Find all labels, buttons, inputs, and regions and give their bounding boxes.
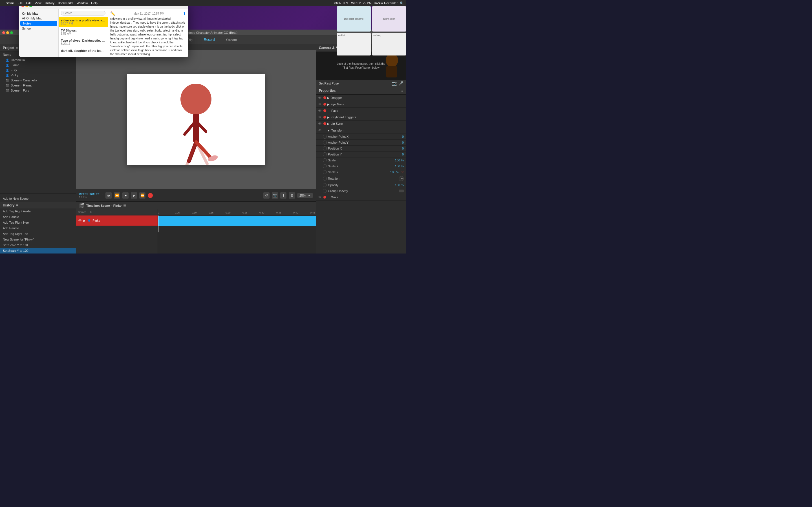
pos-y-value[interactable]: 0 <box>402 153 404 156</box>
prop-keyboard-triggers[interactable]: 👁 ▶ Keyboard Triggers <box>316 114 406 121</box>
mic-small-icon[interactable]: 🎤 <box>398 81 403 86</box>
notes-search-input[interactable] <box>61 11 105 15</box>
transform-collapse-icon[interactable]: ▼ <box>327 129 330 132</box>
timeline-clip-bar[interactable] <box>158 216 316 226</box>
history-item-5[interactable]: New Scene for "Pinky" <box>0 237 76 242</box>
prop-face[interactable]: 👁 Face <box>316 108 406 114</box>
history-item-3[interactable]: Add Handle <box>0 225 76 231</box>
prop-lip-sync[interactable]: 👁 ▶ Lip Sync <box>316 121 406 127</box>
skip-to-start-button[interactable]: ⏮ <box>105 192 112 199</box>
note-item-0[interactable]: sideways in a profile view. all li... 10… <box>59 17 108 27</box>
walk-eye-icon[interactable]: 👁 <box>318 195 322 199</box>
step-forward-button[interactable]: ⏩ <box>139 192 146 199</box>
bookmarks-menu[interactable]: Bookmarks <box>58 1 73 5</box>
keytrig-expand-icon[interactable]: ▶ <box>327 116 329 119</box>
view-button[interactable]: ⊟ <box>289 192 295 199</box>
history-item-4[interactable]: Add Tag Right Toe <box>0 231 76 237</box>
rotation-circle[interactable] <box>323 177 327 180</box>
safari-menu[interactable]: Safari <box>6 1 14 5</box>
transform-eye-icon[interactable]: 👁 <box>318 128 322 132</box>
project-item-fury[interactable]: 👤 Fury <box>0 68 76 73</box>
track-expand-icon[interactable]: ▶ <box>84 219 86 222</box>
properties-menu-icon[interactable]: ≡ <box>401 89 403 93</box>
overlay-note-submission[interactable]: submission <box>372 6 406 32</box>
project-item-flama[interactable]: 👤 Flama <box>0 62 76 68</box>
history-item-2[interactable]: Add Tag Right Heel <box>0 220 76 225</box>
note-item-3[interactable]: dark elf. daughter of the leade... <box>59 47 108 54</box>
prop-transform-header[interactable]: 👁 ▼ Transform <box>316 127 406 134</box>
opacity-circle[interactable] <box>323 183 327 187</box>
file-menu[interactable]: File <box>18 1 23 5</box>
rotation-dial[interactable] <box>399 176 404 181</box>
stop-button[interactable]: ■ <box>122 192 129 199</box>
export-button[interactable]: ⬆ <box>280 192 287 199</box>
dragger-expand-icon[interactable]: ▶ <box>327 96 329 100</box>
project-item-pinky[interactable]: 👤 Pinky <box>0 73 76 78</box>
camera-small-icon[interactable]: 📷 <box>392 81 397 86</box>
keytrig-eye-icon[interactable]: 👁 <box>318 115 322 119</box>
project-item-scene-caramella[interactable]: 🎬 Scene – Caramella <box>0 78 76 83</box>
project-item-scene-fury[interactable]: 🎬 Scene – Fury <box>0 88 76 93</box>
scale-circle[interactable] <box>323 158 327 162</box>
overlay-note-dc[interactable]: DC color scheme <box>337 6 371 32</box>
history-item-1[interactable]: Add Handle <box>0 214 76 220</box>
project-item-scene-flama[interactable]: 🎬 Scene – Flama <box>0 83 76 88</box>
prop-walk[interactable]: 👁 Walk <box>316 194 406 201</box>
lipsync-eye-icon[interactable]: 👁 <box>318 122 322 126</box>
history-item-6[interactable]: Set Scale Y to 101 <box>0 242 76 248</box>
scale-y-circle[interactable] <box>323 170 327 174</box>
pos-x-circle[interactable] <box>323 147 327 151</box>
aca-min-btn[interactable] <box>6 31 9 34</box>
anchor-x-circle[interactable] <box>323 135 327 138</box>
overlay-note-3[interactable]: Writing... <box>372 33 406 55</box>
note-edit-icon[interactable]: ✏️ <box>110 11 115 16</box>
school-folder-item[interactable]: School <box>19 26 58 31</box>
prop-dragger[interactable]: 👁 ▶ Dragger <box>316 95 406 101</box>
timeline-menu-icon[interactable]: ≡ <box>123 203 126 208</box>
play-button[interactable]: ▶ <box>131 192 137 199</box>
notes-folder-item[interactable]: Notes <box>20 21 57 26</box>
window-menu[interactable]: Window <box>77 1 88 5</box>
project-item-caramella[interactable]: 👤 Caramella <box>0 57 76 62</box>
timeline-track-label[interactable]: 👁 ▶ 👤 Pinky <box>76 216 158 226</box>
record-button[interactable] <box>148 193 153 198</box>
eyegaze-expand-icon[interactable]: ▶ <box>327 103 329 106</box>
zoom-chevron[interactable]: ▼ <box>308 194 311 197</box>
all-on-my-mac-item[interactable]: All On My Mac <box>19 16 58 21</box>
history-item-0[interactable]: Add Tag Right Ankle <box>0 209 76 214</box>
view-menu[interactable]: View <box>35 1 42 5</box>
set-rest-pose-label[interactable]: Set Rest Pose <box>319 82 390 85</box>
eyegaze-eye-icon[interactable]: 👁 <box>318 102 322 106</box>
history-menu-icon[interactable]: ≡ <box>16 203 18 207</box>
anchor-x-value[interactable]: 0 <box>402 135 404 138</box>
aca-close-btn[interactable] <box>2 31 5 34</box>
face-eye-icon[interactable]: 👁 <box>318 109 322 113</box>
project-menu-icon[interactable]: ≡ <box>16 46 18 50</box>
pos-y-circle[interactable] <box>323 152 327 156</box>
add-to-new-scene-button[interactable]: Add to New Scene <box>0 195 76 202</box>
history-menu[interactable]: History <box>45 1 54 5</box>
anchor-y-value[interactable]: 0 <box>402 141 404 144</box>
help-menu[interactable]: Help <box>91 1 98 5</box>
overlay-note-4[interactable]: Writini... <box>337 33 371 55</box>
aca-max-btn[interactable] <box>10 31 13 34</box>
playhead[interactable] <box>158 216 158 232</box>
tab-record[interactable]: Record <box>198 36 220 44</box>
spotlight-icon[interactable]: 🔍 <box>400 1 404 5</box>
dragger-eye-icon[interactable]: 👁 <box>318 96 322 100</box>
canvas-area[interactable] <box>76 50 316 189</box>
lipsync-expand-icon[interactable]: ▶ <box>327 122 329 125</box>
scale-x-circle[interactable] <box>323 164 327 168</box>
scale-x-value[interactable]: 100 % <box>395 165 404 168</box>
opacity-value[interactable]: 100 % <box>395 183 404 187</box>
note-item-1[interactable]: TV Shows: 8:56 AM <box>59 27 108 37</box>
history-item-7[interactable]: Set Scale Y to 100 <box>0 248 76 253</box>
camera-button[interactable]: 📷 <box>272 192 278 199</box>
note-share-icon[interactable]: ⬆ <box>183 11 186 16</box>
scale-value[interactable]: 100 % <box>395 159 404 162</box>
track-visibility-icon[interactable]: 👁 <box>79 219 82 223</box>
anchor-y-circle[interactable] <box>323 140 327 145</box>
tab-stream[interactable]: Stream <box>220 36 243 44</box>
edit-menu[interactable]: Edit <box>26 1 31 5</box>
pos-x-value[interactable]: 0 <box>402 147 404 150</box>
